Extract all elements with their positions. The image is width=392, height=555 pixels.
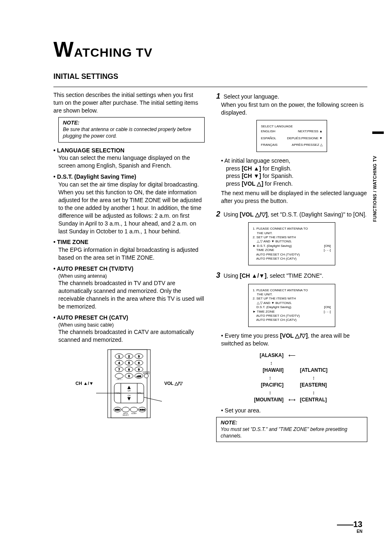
svg-text:RETURN: RETURN bbox=[143, 373, 150, 375]
note-top-body: Be sure that antenna or cable is connect… bbox=[63, 126, 200, 139]
s2-l3: 2. SET UP THE ITEMS WITH bbox=[253, 235, 331, 240]
svg-text:3: 3 bbox=[138, 355, 140, 358]
left-column: This section describes the initial setti… bbox=[53, 91, 205, 446]
step-3-text: Using [CH ▲/▼], select "TIME ZONE". bbox=[224, 272, 323, 279]
step-1-text2: When you first turn on the power, the fo… bbox=[221, 101, 367, 117]
svg-text:7: 7 bbox=[118, 368, 120, 371]
svg-point-44 bbox=[130, 407, 138, 412]
s3-l2a: THE UNIT. bbox=[253, 292, 331, 297]
timezone-cycle: [ALASKA] ⟵ ↕ [HAWAII] [ATLANTIC] ↕ bbox=[238, 351, 345, 404]
lang-row-es-l: ESPAÑOL bbox=[261, 136, 276, 140]
svg-text:9: 9 bbox=[138, 368, 140, 371]
note-bottom-hd: NOTE: bbox=[221, 419, 363, 426]
step-2-num: 2 bbox=[216, 210, 220, 218]
s3-r1l: D.S.T. (Daylight Saving) bbox=[253, 305, 291, 309]
s2-r4: AUTO PRESET CH (CATV) bbox=[253, 257, 331, 261]
s3-r2l: ► TIME ZONE bbox=[253, 310, 275, 314]
s2-r3: AUTO PRESET CH (TV/DTV) bbox=[253, 253, 331, 257]
s3-l4a: △,▽ AND ▼ BUTTONS. bbox=[253, 301, 331, 305]
s3-r2r: [- - -] bbox=[324, 310, 331, 314]
zone-pacific: [PACIFIC] bbox=[238, 382, 284, 388]
manual-page: { "sideTab": "FUNCTIONS / WATCHING TV", … bbox=[0, 0, 392, 555]
s2-r1l: ► D.S.T. (Daylight Saving) bbox=[253, 244, 292, 248]
intro-para: This section describes the initial setti… bbox=[53, 91, 205, 115]
ch-buttons-label: CH ▲/▼ bbox=[76, 380, 94, 387]
step-3: 3 Using [CH ▲/▼], select "TIME ZONE". 1.… bbox=[216, 270, 367, 442]
svg-point-43 bbox=[122, 407, 129, 412]
svg-text:0: 0 bbox=[128, 375, 130, 378]
s2-l2a: THE UNIT. bbox=[253, 231, 331, 235]
lang-bullet-intro: At initial language screen, bbox=[224, 157, 290, 164]
svg-text:4: 4 bbox=[118, 362, 120, 364]
svg-text:GUIDE: GUIDE bbox=[139, 409, 145, 411]
zone-central: [CENTRAL] bbox=[300, 396, 345, 403]
svg-text:MENU: MENU bbox=[115, 409, 120, 411]
switch-text: Every time you press [VOL △/▽], the area… bbox=[221, 332, 350, 347]
step-2-text: Using [VOL △/▽], set "D.S.T. (Daylight S… bbox=[224, 211, 367, 218]
tz-body: The EPG information in digital broadcast… bbox=[58, 246, 205, 262]
side-tab: FUNCTIONS / WATCHING TV bbox=[372, 131, 384, 222]
svg-text:CH: CH bbox=[127, 394, 131, 397]
two-columns: This section describes the initial setti… bbox=[53, 91, 367, 446]
lang-row-fr-r: APRÈS:PRESSEZ △ bbox=[292, 143, 323, 147]
arrow-left-icon: ⟵ bbox=[284, 352, 300, 359]
svg-text:VOL△: VOL△ bbox=[138, 392, 143, 394]
screen-lang: SELECT LANGUAGE ENGLISHNEXT:PRESS ▲ ESPA… bbox=[256, 120, 327, 152]
s2-l1: 1. PLEASE CONNECT ANTENNA TO bbox=[253, 227, 331, 231]
svg-text:CH: CH bbox=[127, 389, 131, 392]
svg-text:6: 6 bbox=[138, 362, 140, 364]
svg-text:8: 8 bbox=[128, 368, 130, 371]
svg-text:2: 2 bbox=[128, 355, 130, 358]
step-3-num: 3 bbox=[216, 271, 220, 279]
catv-body: The channels broadcasted in CATV are aut… bbox=[58, 328, 205, 344]
step-1-text1: Select your language. bbox=[224, 93, 279, 100]
note-top: NOTE: Be sure that antenna or cable is c… bbox=[58, 117, 205, 143]
s3-l1: 1. PLEASE CONNECT ANTENNA TO bbox=[253, 288, 331, 292]
s2-r1r: [ON] bbox=[324, 244, 331, 248]
note-bottom-body: You must set "D.S.T." and "TIME ZONE" be… bbox=[221, 426, 363, 439]
svg-text:—/ECT—: —/ECT— bbox=[115, 378, 122, 380]
lang-bullet-es: press [CH ▼] for Spanish. bbox=[226, 173, 293, 179]
screen-lang-title: SELECT LANGUAGE bbox=[261, 124, 323, 129]
zone-hawaii: [HAWAII] bbox=[238, 367, 284, 373]
svg-text:5: 5 bbox=[128, 362, 130, 364]
arrow-lr-icon: ⟷ bbox=[284, 396, 300, 403]
svg-text:▽VOL: ▽VOL bbox=[115, 392, 120, 394]
screen-dst: 1. PLEASE CONNECT ANTENNA TO THE UNIT. 2… bbox=[248, 222, 335, 265]
catv-when: (When using basic cable) bbox=[58, 322, 205, 328]
note-top-hd: NOTE: bbox=[63, 119, 200, 127]
dst-body: You can set the air time display for dig… bbox=[58, 181, 205, 235]
page-title-rest: ATCHING TV bbox=[74, 46, 152, 59]
zone-eastern: [EASTERN] bbox=[300, 382, 345, 388]
svg-text:SLEEP: SLEEP bbox=[131, 412, 136, 415]
lang-bullet-fr: press [VOL △] for French. bbox=[226, 180, 293, 187]
lang-row-en-r: NEXT:PRESS ▲ bbox=[298, 129, 323, 134]
page-title-initial: W bbox=[53, 37, 74, 61]
tz-head: • TIME ZONE bbox=[53, 238, 205, 246]
screen-tz: 1. PLEASE CONNECT ANTENNA TO THE UNIT. 2… bbox=[248, 284, 335, 327]
lang-bullet-en: press [CH ▲] for English. bbox=[226, 165, 291, 172]
note-bottom: NOTE: You must set "D.S.T." and "TIME ZO… bbox=[216, 417, 367, 442]
section-heading: INITIAL SETTINGS bbox=[53, 72, 189, 83]
catv-head: • AUTO PRESET CH (CATV) bbox=[53, 314, 205, 322]
remote-svg: 1 2 3 4 5 6 7 8 9 0 +100 —/ECT— bbox=[96, 349, 162, 419]
step-1-num: 1 bbox=[216, 92, 220, 100]
svg-text:+100: +100 bbox=[136, 375, 141, 378]
s3-r1r: [ON] bbox=[324, 305, 331, 309]
side-tab-label: FUNCTIONS / WATCHING TV bbox=[372, 136, 377, 222]
tvdtv-head: • AUTO PRESET CH (TV/DTV) bbox=[53, 265, 205, 273]
svg-text:SELECT: SELECT bbox=[122, 414, 129, 416]
page-number: 13 bbox=[353, 520, 362, 529]
zone-mountain: [MOUNTAIN] bbox=[238, 396, 284, 403]
page-lang: EN bbox=[353, 529, 362, 534]
tvdtv-when: (When using antenna) bbox=[58, 273, 205, 279]
side-tab-cap bbox=[372, 131, 384, 134]
tvdtv-body: The channels broadcasted in TV and DTV a… bbox=[58, 279, 205, 311]
lang-row-es-r: DEPUÉS:PRESIONE ▼ bbox=[287, 136, 323, 140]
s2-r2l: TIME ZONE bbox=[253, 248, 274, 252]
s3-r4: AUTO PRESET CH (CATV) bbox=[253, 318, 331, 322]
svg-text:1: 1 bbox=[118, 355, 120, 358]
set-area: • Set your area. bbox=[221, 407, 367, 415]
lang-after: The next menu will be displayed in the s… bbox=[221, 189, 367, 205]
s2-r2r: [- - -] bbox=[324, 248, 331, 252]
